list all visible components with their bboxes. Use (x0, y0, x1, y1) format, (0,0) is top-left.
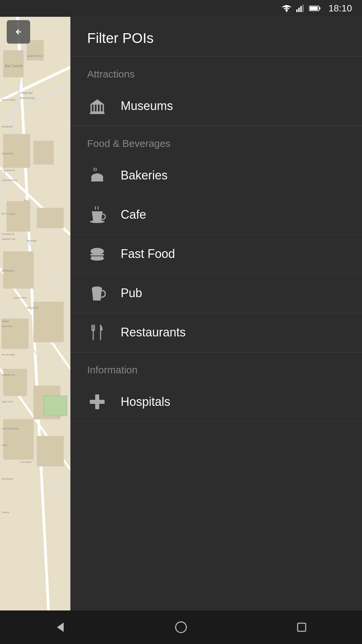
section-information: Information Hospitals (70, 353, 362, 422)
svg-rect-62 (90, 105, 92, 111)
svg-text:Jardins: Jardins (2, 511, 9, 514)
wifi-icon (282, 5, 292, 12)
svg-text:Lavanderia: Lavanderia (2, 169, 15, 172)
svg-marker-67 (90, 99, 105, 105)
svg-rect-23 (37, 436, 64, 466)
nav-home-button[interactable] (168, 614, 194, 641)
filter-header: Filter POIs (70, 17, 362, 57)
svg-text:Manantial: Manantial (2, 152, 13, 155)
svg-text:Casa Piera: Casa Piera (13, 296, 27, 299)
svg-text:Angels: Angels (2, 320, 9, 323)
menu-item-museums[interactable]: Museums (70, 87, 362, 126)
menu-label-cafe: Cafe (121, 208, 146, 222)
svg-rect-59 (310, 7, 318, 10)
hospital-icon (87, 392, 107, 412)
status-time: 18:10 (328, 3, 352, 14)
back-button[interactable] (7, 20, 30, 44)
svg-rect-18 (2, 319, 28, 349)
svg-text:Tour...: Tour... (23, 199, 31, 202)
svg-rect-63 (94, 105, 95, 111)
menu-label-museums: Museums (121, 99, 173, 113)
svg-rect-14 (34, 141, 54, 164)
menu-label-bakeries: Bakeries (121, 168, 168, 182)
section-food-beverages: Food & Beverages Bakeries (70, 126, 362, 352)
svg-text:Plaça del: Plaça del (20, 91, 33, 95)
bakery-icon (87, 165, 107, 185)
museum-icon (87, 96, 107, 116)
pub-icon (87, 283, 107, 303)
svg-rect-24 (44, 396, 67, 416)
svg-text:Vermuteria: Vermuteria (2, 478, 13, 480)
section-label-food: Food & Beverages (70, 126, 362, 156)
svg-rect-20 (3, 369, 27, 396)
svg-rect-83 (90, 400, 105, 404)
svg-rect-11 (3, 50, 23, 77)
svg-point-85 (176, 622, 186, 633)
svg-rect-16 (37, 208, 64, 228)
svg-text:Integral Lara: Integral Lara (2, 374, 15, 376)
menu-label-pub: Pub (121, 286, 142, 300)
svg-text:Notaris Cat: Notaris Cat (2, 237, 15, 240)
svg-rect-55 (298, 8, 300, 12)
svg-rect-61 (90, 111, 104, 113)
svg-rect-60 (319, 7, 320, 9)
svg-rect-70 (91, 179, 103, 181)
svg-text:Biocenter: Biocenter (27, 306, 38, 309)
svg-point-76 (92, 286, 102, 290)
status-bar: 18:10 (0, 0, 362, 17)
svg-rect-54 (296, 9, 298, 12)
svg-text:Bar Castells: Bar Castells (5, 64, 23, 68)
section-label-attractions: Attractions (70, 57, 362, 87)
svg-point-72 (90, 248, 104, 255)
svg-text:nabis Club: nabis Club (2, 400, 13, 403)
section-attractions: Attractions Museums (70, 57, 362, 126)
signal-icon (296, 5, 304, 12)
menu-item-fast-food[interactable]: Fast Food (70, 234, 362, 274)
filter-panel: Filter POIs Attractions Museums (70, 17, 362, 610)
fastfood-icon (87, 244, 107, 264)
menu-item-hospitals[interactable]: Hospitals (70, 382, 362, 422)
svg-point-53 (286, 11, 287, 12)
svg-rect-64 (97, 105, 98, 111)
svg-rect-68 (90, 113, 105, 114)
svg-text:BY CYCLE: BY CYCLE (2, 212, 15, 215)
filter-title: Filter POIs (87, 30, 154, 46)
svg-rect-66 (103, 105, 104, 111)
svg-text:IMPRMTA: IMPRMTA (2, 269, 14, 272)
map-panel: Bar Castells Gotic PA S L Barna Style Pl… (0, 0, 70, 644)
svg-text:Barna Style: Barna Style (2, 98, 16, 101)
battery-icon (309, 5, 320, 11)
svg-text:Gotic PA S L: Gotic PA S L (27, 54, 44, 58)
menu-item-pub[interactable]: Pub (70, 274, 362, 313)
svg-point-71 (90, 220, 105, 223)
section-label-information: Information (70, 353, 362, 382)
menu-label-restaurants: Restaurants (121, 325, 186, 339)
svg-text:LAVAXPRES: LAVAXPRES (2, 179, 17, 182)
svg-text:Col·legi de: Col·legi de (2, 232, 14, 235)
svg-point-75 (90, 257, 104, 261)
svg-text:Passatge: Passatge (27, 239, 37, 242)
svg-text:Bonsucces: Bonsucces (20, 96, 35, 100)
svg-rect-22 (3, 419, 34, 460)
svg-rect-73 (90, 254, 104, 256)
menu-label-fast-food: Fast Food (121, 247, 175, 261)
svg-rect-13 (3, 134, 30, 168)
svg-rect-65 (100, 105, 101, 111)
menu-label-hospitals: Hospitals (121, 395, 170, 409)
menu-item-bakeries[interactable]: Bakeries (70, 156, 362, 195)
svg-marker-84 (57, 623, 64, 632)
svg-text:barcelona: barcelona (2, 325, 12, 327)
cafe-icon (87, 205, 107, 225)
svg-text:Laser Barcelona: Laser Barcelona (2, 427, 19, 430)
nav-recents-button[interactable] (288, 614, 315, 641)
menu-item-cafe[interactable]: Cafe (70, 195, 362, 234)
svg-rect-56 (300, 6, 302, 12)
menu-item-restaurants[interactable]: Restaurants (70, 313, 362, 352)
svg-rect-86 (298, 623, 306, 631)
nav-back-button[interactable] (47, 614, 74, 641)
restaurant-icon (87, 322, 107, 342)
svg-text:Carmelitas: Carmelitas (20, 461, 32, 463)
svg-rect-15 (7, 201, 30, 231)
svg-text:Hotel: Hotel (2, 444, 7, 446)
svg-text:Flor de Maig: Flor de Maig (2, 354, 15, 356)
